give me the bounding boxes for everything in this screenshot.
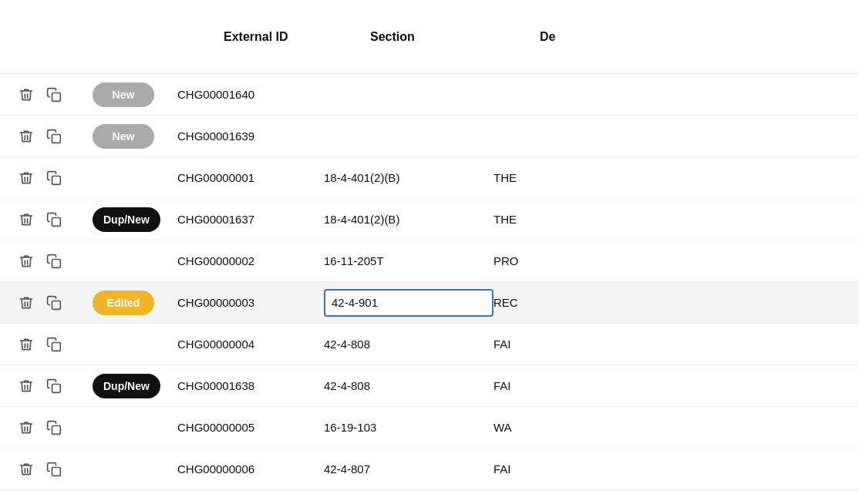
copy-icon [46, 129, 62, 144]
trash-icon [19, 170, 34, 186]
cell-section: 16-11-205T [324, 254, 494, 267]
copy-icon [46, 378, 62, 394]
cell-section: 18-4-401(2)(B) [324, 213, 494, 226]
copy-button[interactable] [43, 126, 65, 147]
cell-section: 18-4-401(2)(B) [324, 171, 494, 184]
row-actions [15, 84, 93, 106]
trash-icon [19, 378, 34, 394]
row-actions [15, 459, 93, 480]
header-section: Section [370, 30, 540, 44]
cell-section: 16-19-103 [324, 421, 494, 434]
cell-de: REC [494, 296, 844, 309]
trash-icon [19, 420, 34, 435]
cell-external-id: CHG00000006 [177, 462, 324, 475]
status-badge: Dup/New [93, 374, 160, 398]
cell-external-id: CHG00001638 [177, 379, 324, 392]
table-row: Dup/NewCHG0000163718-4-401(2)(B)THE [0, 199, 859, 240]
table-row: EditedCHG0000000342-4-901REC [0, 282, 859, 324]
svg-rect-0 [52, 92, 61, 101]
copy-button[interactable] [43, 209, 65, 230]
trash-icon [19, 87, 34, 102]
delete-button[interactable] [15, 167, 37, 189]
cell-section: 42-4-808 [324, 338, 494, 351]
cell-external-id: CHG00000003 [177, 296, 324, 309]
badge-col: Dup/New [93, 374, 177, 398]
copy-button[interactable] [43, 250, 65, 272]
copy-icon [46, 170, 62, 186]
cell-external-id: CHG00001639 [177, 129, 324, 143]
delete-button[interactable] [15, 292, 37, 314]
row-actions [15, 417, 93, 438]
row-actions [15, 126, 93, 147]
cell-de: FAI [494, 462, 844, 475]
cell-de: THE [494, 171, 844, 184]
header-external-id: External ID [224, 30, 370, 44]
delete-button[interactable] [15, 209, 37, 230]
row-actions [15, 167, 93, 189]
svg-rect-1 [52, 134, 61, 143]
delete-button[interactable] [15, 459, 37, 480]
svg-rect-7 [52, 384, 61, 392]
badge-col: New [93, 82, 177, 107]
status-badge: Dup/New [93, 207, 160, 232]
delete-button[interactable] [15, 126, 37, 147]
table-row: CHG0000000442-4-808FAI [0, 324, 859, 365]
cell-external-id: CHG00001637 [177, 213, 324, 226]
badge-col: Dup/New [93, 207, 177, 232]
cell-external-id: CHG00000004 [177, 338, 324, 351]
cell-de: PRO [494, 254, 844, 267]
row-actions [15, 375, 93, 397]
trash-icon [19, 254, 34, 269]
status-badge: New [93, 124, 154, 149]
header-de: De [540, 30, 844, 44]
copy-icon [46, 420, 62, 435]
cell-de: THE [494, 213, 844, 226]
copy-button[interactable] [43, 292, 65, 314]
row-actions [15, 292, 93, 314]
table-row: NewCHG00001639 [0, 116, 859, 157]
copy-button[interactable] [43, 167, 65, 189]
copy-icon [46, 462, 62, 477]
table-row: CHG0000000118-4-401(2)(B)THE [0, 157, 859, 199]
badge-col: New [93, 124, 177, 149]
delete-button[interactable] [15, 250, 37, 272]
cell-section: 42-4-808 [324, 379, 494, 392]
row-actions [15, 334, 93, 355]
copy-button[interactable] [43, 375, 65, 397]
cell-external-id: CHG00000002 [177, 254, 324, 267]
delete-button[interactable] [15, 417, 37, 438]
cell-de: FAI [494, 379, 844, 392]
svg-rect-3 [52, 217, 61, 226]
cell-de: WA [494, 421, 844, 434]
copy-button[interactable] [43, 459, 65, 480]
trash-icon [19, 337, 34, 352]
table-row: Dup/NewCHG0000163842-4-808FAI [0, 365, 859, 407]
delete-button[interactable] [15, 84, 37, 106]
table-row: NewCHG00001640 [0, 74, 859, 116]
cell-external-id: CHG00000001 [177, 171, 324, 184]
copy-icon [46, 87, 62, 102]
table-row: CHG0000000642-4-807FAI [0, 449, 859, 490]
copy-icon [46, 254, 62, 269]
svg-rect-9 [52, 467, 61, 475]
cell-section[interactable]: 42-4-901 [324, 289, 494, 317]
delete-button[interactable] [15, 334, 37, 355]
svg-rect-8 [52, 425, 61, 434]
copy-button[interactable] [43, 84, 65, 106]
svg-rect-4 [52, 259, 61, 267]
badge-col: Edited [93, 291, 177, 315]
copy-button[interactable] [43, 334, 65, 355]
copy-button[interactable] [43, 417, 65, 438]
cell-external-id: CHG00000005 [177, 421, 324, 434]
svg-rect-5 [52, 301, 61, 309]
svg-rect-6 [52, 342, 61, 351]
table-row: CHG0000000516-19-103WA [0, 407, 859, 449]
trash-icon [19, 212, 34, 227]
table-row: CHG0000000216-11-205TPRO [0, 240, 859, 282]
delete-button[interactable] [15, 375, 37, 397]
row-actions [15, 209, 93, 230]
status-badge: New [93, 82, 154, 107]
table-body: NewCHG00001640 NewCHG00001639 CHG0000000… [0, 74, 859, 504]
svg-rect-2 [52, 176, 61, 184]
copy-icon [46, 212, 62, 227]
